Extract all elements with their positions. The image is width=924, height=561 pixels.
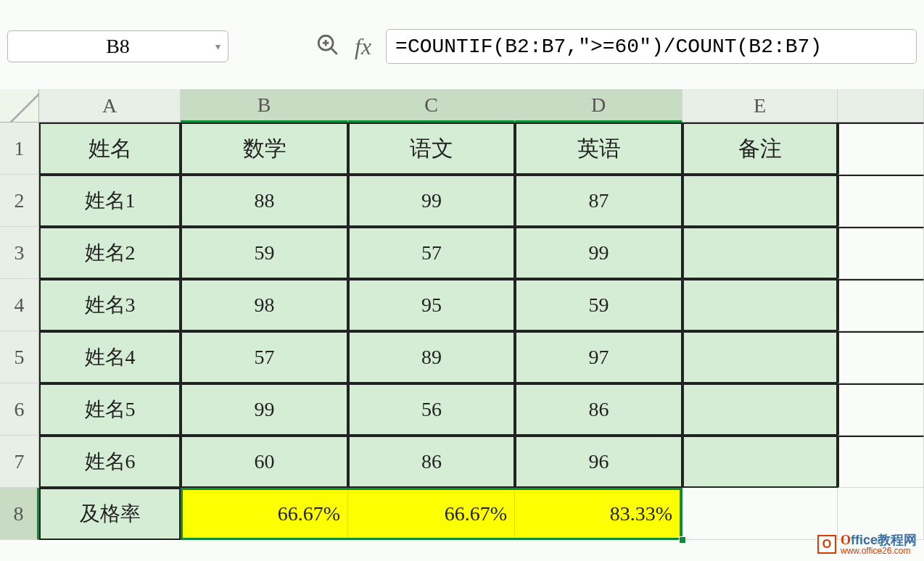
watermark-brand-o: O	[841, 533, 851, 547]
row-header-5[interactable]: 5	[0, 331, 39, 383]
select-all-corner[interactable]	[0, 89, 39, 122]
cell-B7[interactable]: 60	[181, 436, 348, 488]
row-header-6[interactable]: 6	[0, 383, 39, 436]
col-header-B[interactable]: B	[181, 89, 348, 122]
cell-A4[interactable]: 姓名3	[39, 279, 181, 331]
row-header-8[interactable]: 8	[0, 488, 39, 540]
cell-D1[interactable]: 英语	[515, 122, 682, 175]
cell-B3[interactable]: 59	[181, 227, 348, 279]
watermark-icon: O	[817, 535, 836, 554]
col-header-E[interactable]: E	[682, 89, 838, 122]
cell-A1[interactable]: 姓名	[39, 122, 181, 175]
row-header-2[interactable]: 2	[0, 175, 39, 227]
name-box-value: B8	[106, 35, 130, 58]
cell-A8[interactable]: 及格率	[39, 488, 181, 540]
cell-B2[interactable]: 88	[181, 175, 348, 227]
cell-E6[interactable]	[682, 383, 838, 436]
watermark-brand-rest: ffice	[851, 533, 878, 547]
col-header-D[interactable]: D	[515, 89, 682, 122]
cell-D5[interactable]: 97	[515, 331, 682, 383]
cell-B1[interactable]: 数学	[181, 122, 348, 175]
svg-line-1	[331, 48, 337, 54]
fill-handle[interactable]	[679, 536, 686, 544]
cell-C8[interactable]: 66.67%	[348, 488, 515, 540]
col-header-F[interactable]	[838, 89, 924, 122]
cell-A2[interactable]: 姓名1	[39, 175, 181, 227]
cell-C5[interactable]: 89	[348, 331, 515, 383]
cell-C2[interactable]: 99	[348, 175, 515, 227]
col-header-C[interactable]: C	[348, 89, 515, 122]
row-header-4[interactable]: 4	[0, 279, 39, 331]
formula-input[interactable]	[386, 29, 917, 64]
cell-C1[interactable]: 语文	[348, 122, 515, 175]
cell-E4[interactable]	[682, 279, 838, 331]
cell-D7[interactable]: 96	[515, 436, 682, 488]
cell-E3[interactable]	[682, 227, 838, 279]
cell-F2[interactable]	[838, 175, 924, 227]
spreadsheet-grid: A B C D E 1 姓名 数学 语文 英语 备注 2 姓名1 88 99 8…	[0, 89, 924, 540]
cell-A3[interactable]: 姓名2	[39, 227, 181, 279]
cell-D8[interactable]: 83.33%	[515, 488, 682, 540]
col-header-A[interactable]: A	[39, 89, 181, 122]
cell-F7[interactable]	[838, 436, 924, 488]
cell-A6[interactable]: 姓名5	[39, 383, 181, 436]
cell-F5[interactable]	[838, 331, 924, 383]
cell-B5[interactable]: 57	[181, 331, 348, 383]
chevron-down-icon[interactable]: ▾	[215, 41, 220, 53]
cell-E7[interactable]	[682, 436, 838, 488]
cell-B8[interactable]: 66.67%	[181, 488, 348, 540]
cell-C4[interactable]: 95	[348, 279, 515, 331]
row-header-7[interactable]: 7	[0, 436, 39, 488]
fx-icon[interactable]: fx	[355, 33, 371, 60]
row-header-1[interactable]: 1	[0, 122, 39, 175]
cell-C6[interactable]: 56	[348, 383, 515, 436]
cell-E5[interactable]	[682, 331, 838, 383]
cell-D6[interactable]: 86	[515, 383, 682, 436]
cell-C7[interactable]: 86	[348, 436, 515, 488]
zoom-search-icon[interactable]	[315, 33, 340, 60]
row-header-3[interactable]: 3	[0, 227, 39, 279]
watermark-url: www.office26.com	[841, 547, 917, 555]
cell-B6[interactable]: 99	[181, 383, 348, 436]
cell-D3[interactable]: 99	[515, 227, 682, 279]
cell-A7[interactable]: 姓名6	[39, 436, 181, 488]
cell-F3[interactable]	[838, 227, 924, 279]
cell-E2[interactable]	[682, 175, 838, 227]
name-box[interactable]: B8 ▾	[7, 30, 228, 62]
cell-F6[interactable]	[838, 383, 924, 436]
cell-A5[interactable]: 姓名4	[39, 331, 181, 383]
cell-E1[interactable]: 备注	[682, 122, 838, 175]
watermark: O Office教程网 www.office26.com	[817, 533, 917, 555]
cell-E8[interactable]	[682, 488, 838, 540]
formula-bar: B8 ▾ fx	[0, 0, 924, 78]
cell-D4[interactable]: 59	[515, 279, 682, 331]
watermark-brand-cn: 教程网	[878, 533, 917, 547]
cell-F1[interactable]	[838, 122, 924, 175]
cell-F4[interactable]	[838, 279, 924, 331]
cell-D2[interactable]: 87	[515, 175, 682, 227]
cell-C3[interactable]: 57	[348, 227, 515, 279]
cell-B4[interactable]: 98	[181, 279, 348, 331]
